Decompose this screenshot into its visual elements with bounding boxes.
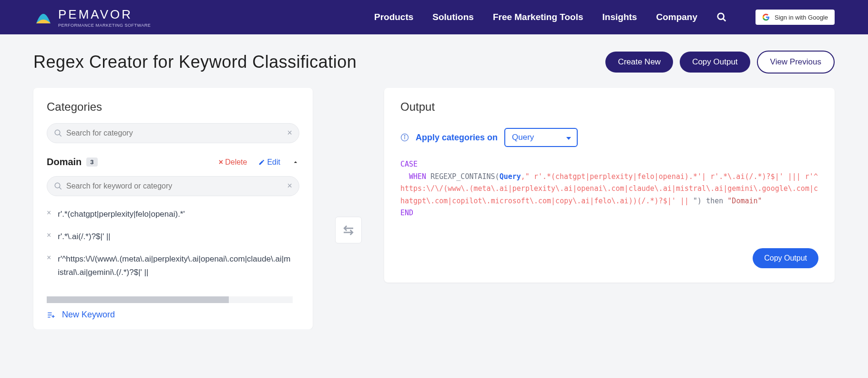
keyword-scroll[interactable]: × r'.*(chatgpt|perplexity|felo|openai).*… bbox=[47, 203, 293, 296]
keyword-text[interactable]: r'.*(chatgpt|perplexity|felo|openai).*' bbox=[58, 208, 291, 220]
keyword-text[interactable]: r'^https:\/\/(www\.(meta\.ai|perplexity\… bbox=[58, 252, 291, 278]
swap-button[interactable] bbox=[335, 217, 362, 243]
copy-output-button[interactable]: Copy Output bbox=[753, 248, 818, 268]
code-result: "Domain" bbox=[727, 197, 762, 205]
nav-solutions[interactable]: Solutions bbox=[432, 12, 474, 22]
output-code[interactable]: CASE WHEN REGEXP_CONTAINS(Query," r'.*(c… bbox=[400, 158, 818, 220]
horizontal-scrollbar[interactable] bbox=[47, 296, 293, 303]
clear-icon[interactable]: × bbox=[287, 128, 292, 138]
main-header: PEMAVOR PERFORMANCE MARKETING SOFTWARE P… bbox=[0, 0, 868, 34]
new-keyword-button[interactable]: New Keyword bbox=[47, 310, 299, 320]
brand-tagline: PERFORMANCE MARKETING SOFTWARE bbox=[58, 23, 151, 28]
keyword-text[interactable]: r'.*\.ai(/.*)?$|' || bbox=[58, 230, 291, 243]
search-icon[interactable] bbox=[716, 12, 727, 22]
collapse-category-button[interactable] bbox=[292, 158, 299, 166]
apply-field-value: Query bbox=[512, 133, 534, 142]
create-new-button[interactable]: Create New bbox=[605, 52, 673, 73]
keyword-row: × r'^https:\/\/(www\.(meta\.ai|perplexit… bbox=[47, 248, 291, 283]
apply-categories-label: Apply categories on bbox=[416, 133, 498, 143]
delete-category-button[interactable]: × Delete bbox=[219, 158, 247, 167]
svg-line-5 bbox=[59, 187, 61, 189]
svg-line-3 bbox=[59, 134, 61, 136]
code-query: Query bbox=[500, 172, 521, 181]
keyword-count-badge: 3 bbox=[86, 158, 97, 167]
google-signin-button[interactable]: Sign in with Google bbox=[756, 10, 835, 25]
remove-keyword-icon[interactable]: × bbox=[47, 253, 51, 262]
category-search[interactable]: × bbox=[47, 123, 299, 143]
logo-icon bbox=[33, 7, 53, 27]
category-header: Domain 3 × Delete Edit bbox=[47, 157, 299, 168]
svg-point-15 bbox=[404, 136, 405, 136]
google-signin-label: Sign in with Google bbox=[775, 14, 828, 21]
keyword-row: × r'.*\.ai(/.*)?$|' || bbox=[47, 225, 291, 248]
edit-category-button[interactable]: Edit bbox=[258, 158, 280, 167]
info-icon[interactable] bbox=[400, 133, 409, 142]
page-title: Regex Creator for Keyword Classification bbox=[33, 52, 357, 72]
middle-column bbox=[313, 88, 384, 243]
svg-point-0 bbox=[718, 13, 724, 20]
main-nav: Products Solutions Free Marketing Tools … bbox=[374, 10, 835, 25]
remove-keyword-icon[interactable]: × bbox=[47, 231, 51, 240]
search-icon bbox=[54, 182, 62, 190]
copy-output-top-button[interactable]: Copy Output bbox=[680, 52, 750, 73]
apply-categories-row: Apply categories on Query bbox=[400, 128, 818, 147]
new-keyword-label: New Keyword bbox=[62, 310, 115, 320]
page-header: Regex Creator for Keyword Classification… bbox=[0, 34, 868, 74]
nav-company[interactable]: Company bbox=[656, 12, 697, 22]
svg-point-2 bbox=[55, 130, 60, 135]
google-icon bbox=[762, 13, 770, 21]
code-case: CASE bbox=[400, 160, 418, 168]
brand-name: PEMAVOR bbox=[58, 7, 151, 22]
remove-keyword-icon[interactable]: × bbox=[47, 209, 51, 217]
categories-title: Categories bbox=[47, 100, 299, 114]
category-search-input[interactable] bbox=[66, 129, 280, 137]
nav-insights[interactable]: Insights bbox=[602, 12, 637, 22]
nav-free-tools[interactable]: Free Marketing Tools bbox=[493, 12, 583, 22]
code-fn: REGEXP_CONTAINS( bbox=[426, 172, 500, 181]
output-panel: Output Apply categories on Query CASE WH… bbox=[384, 88, 835, 283]
add-list-icon bbox=[47, 311, 55, 319]
categories-panel: Categories × Domain 3 × Delete Edit bbox=[33, 88, 313, 329]
category-name: Domain bbox=[47, 157, 82, 168]
swap-icon bbox=[341, 223, 356, 237]
output-title: Output bbox=[400, 100, 818, 114]
code-then: ") then bbox=[693, 197, 727, 205]
keyword-search[interactable]: × bbox=[47, 176, 299, 196]
apply-field-select[interactable]: Query bbox=[504, 128, 578, 147]
svg-line-1 bbox=[723, 19, 726, 21]
keyword-search-input[interactable] bbox=[66, 182, 280, 190]
nav-products[interactable]: Products bbox=[374, 12, 413, 22]
svg-point-4 bbox=[55, 183, 60, 188]
keyword-list: × r'.*(chatgpt|perplexity|felo|openai).*… bbox=[47, 203, 299, 303]
logo[interactable]: PEMAVOR PERFORMANCE MARKETING SOFTWARE bbox=[33, 7, 151, 28]
close-icon: × bbox=[219, 158, 223, 167]
code-when: WHEN bbox=[400, 172, 426, 181]
view-previous-button[interactable]: View Previous bbox=[757, 51, 835, 74]
pencil-icon bbox=[258, 159, 265, 166]
clear-icon[interactable]: × bbox=[287, 181, 292, 191]
keyword-row: × r'.*(chatgpt|perplexity|felo|openai).*… bbox=[47, 203, 291, 225]
code-end: END bbox=[400, 209, 413, 217]
search-icon bbox=[54, 129, 62, 137]
